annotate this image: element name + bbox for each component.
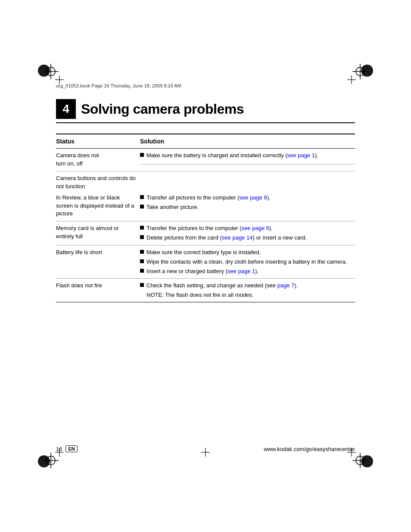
status-cell-flash: Flash does not fire xyxy=(56,279,140,302)
list-item: Transfer the pictures to the computer (s… xyxy=(140,224,352,233)
chapter-title-row: 4 Solving camera problems xyxy=(56,99,355,123)
problems-table: Status Solution Camera does notturn on, … xyxy=(56,134,355,302)
link-page7[interactable]: page 7 xyxy=(277,282,295,289)
table-row: Battery life is short Make sure the corr… xyxy=(56,245,355,279)
solution-cell-camera-off: Make sure the battery is charged and ins… xyxy=(140,149,355,165)
page: urg_01053.book Page 16 Thursday, June 18… xyxy=(0,0,411,532)
table-row: In Review, a blue or black screen is dis… xyxy=(56,191,355,221)
table-row: Memory card is almost or entirely full T… xyxy=(56,221,355,246)
bullet-icon xyxy=(140,283,144,287)
footer-website: www.kodak.com/go/easysharecenter xyxy=(264,446,355,452)
solution-cell-battery: Make sure the correct battery type is in… xyxy=(140,245,355,279)
col-header-solution: Solution xyxy=(140,134,355,149)
list-item: Make sure the correct battery type is in… xyxy=(140,249,352,257)
file-info-text: urg_01053.book Page 16 Thursday, June 18… xyxy=(56,83,181,88)
link-page1[interactable]: see page 1 xyxy=(287,152,315,159)
list-item: Insert a new or charged battery (see pag… xyxy=(140,268,352,276)
status-cell-review: In Review, a blue or black screen is dis… xyxy=(56,191,140,221)
file-info: urg_01053.book Page 16 Thursday, June 18… xyxy=(56,83,181,88)
footer: 16 EN www.kodak.com/go/easysharecenter xyxy=(56,445,355,452)
chapter-block: 4 Solving camera problems xyxy=(56,99,355,123)
table-row: Camera buttons and controls do not funct… xyxy=(56,171,355,190)
link-page14[interactable]: see page 14 xyxy=(222,234,253,241)
list-item: Take another picture. xyxy=(140,203,352,212)
bullet-icon xyxy=(140,250,144,254)
bullet-icon xyxy=(140,259,144,263)
bullet-icon xyxy=(140,269,144,273)
list-item: Delete pictures from the card (see page … xyxy=(140,234,352,242)
bullet-icon xyxy=(140,153,144,157)
status-cell-camera-off: Camera does notturn on, off xyxy=(56,149,140,171)
flash-note: NOTE: The flash does not fire in all mod… xyxy=(140,291,352,299)
link-page6-1[interactable]: see page 6 xyxy=(240,194,267,201)
table-header-row: Status Solution xyxy=(56,134,355,149)
reg-inner-tl xyxy=(55,75,64,84)
status-cell-battery: Battery life is short xyxy=(56,245,140,279)
page-number: 16 xyxy=(56,446,62,452)
solution-cell-review: Transfer all pictures to the computer (s… xyxy=(140,191,355,221)
list-item: Wipe the contacts with a clean, dry clot… xyxy=(140,258,352,266)
status-cell-memory: Memory card is almost or entirely full xyxy=(56,221,140,246)
en-badge: EN xyxy=(65,445,77,452)
table: Status Solution Camera does notturn on, … xyxy=(56,134,355,302)
link-page6-2[interactable]: see page 6 xyxy=(242,225,269,231)
solution-cell-memory: Transfer the pictures to the computer (s… xyxy=(140,221,355,246)
footer-left: 16 EN xyxy=(56,445,78,452)
solution-cell-flash: Check the flash setting, and change as n… xyxy=(140,279,355,302)
status-cell-buttons: Camera buttons and controls do not funct… xyxy=(56,171,140,190)
reg-inner-tr xyxy=(347,75,356,84)
chapter-number: 4 xyxy=(56,99,76,119)
solution-cell-buttons xyxy=(140,164,355,171)
bullet-icon xyxy=(140,226,144,230)
link-page1-2[interactable]: see page 1 xyxy=(227,268,255,274)
list-item: Transfer all pictures to the computer (s… xyxy=(140,194,352,202)
bullet-icon xyxy=(140,235,144,239)
take-another-picture: Take another picture. xyxy=(146,203,199,212)
list-item: Check the flash setting, and change as n… xyxy=(140,282,352,290)
chapter-title: Solving camera problems xyxy=(81,102,244,116)
bullet-icon xyxy=(140,195,144,199)
table-row: Flash does not fire Check the flash sett… xyxy=(56,279,355,302)
list-item: Make sure the battery is charged and ins… xyxy=(140,152,352,160)
table-row: Camera does notturn on, off Make sure th… xyxy=(56,149,355,165)
bullet-icon xyxy=(140,205,144,208)
col-header-status: Status xyxy=(56,134,140,149)
